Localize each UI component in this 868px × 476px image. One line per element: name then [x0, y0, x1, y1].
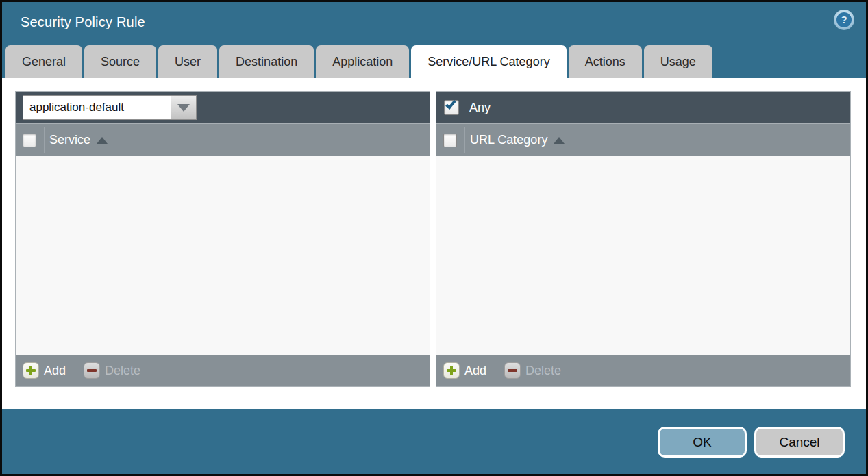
tab-application[interactable]: Application: [316, 45, 409, 78]
add-button-label: Add: [464, 364, 486, 378]
add-button-label: Add: [44, 364, 66, 378]
column-divider: [44, 127, 45, 153]
service-type-dropdown[interactable]: [23, 95, 197, 120]
delete-button-label: Delete: [105, 364, 140, 378]
tab-usage[interactable]: Usage: [644, 45, 712, 78]
service-panel: Service Add Delete: [15, 91, 430, 387]
url-category-add-button[interactable]: Add: [443, 362, 486, 379]
service-panel-header: [16, 92, 430, 123]
any-checkbox[interactable]: [444, 100, 459, 115]
sort-ascending-icon[interactable]: [97, 137, 108, 144]
cancel-button[interactable]: Cancel: [754, 427, 845, 458]
tab-service-url-category[interactable]: Service/URL Category: [411, 45, 566, 78]
tab-general[interactable]: General: [5, 45, 82, 78]
service-type-dropdown-input[interactable]: [23, 95, 171, 120]
url-category-column-label[interactable]: URL Category: [470, 133, 547, 147]
delete-button-label: Delete: [525, 364, 561, 378]
checkmark-icon: [445, 98, 456, 110]
question-mark-glyph: ?: [836, 12, 852, 27]
url-category-panel-header: Any: [436, 92, 850, 123]
dialog-title: Security Policy Rule: [21, 14, 145, 30]
dialog-footer: OK Cancel: [2, 409, 866, 474]
security-policy-rule-dialog: Security Policy Rule ? General Source Us…: [0, 0, 868, 476]
tab-user[interactable]: User: [158, 45, 217, 78]
url-category-panel: Any URL Category Add: [436, 91, 851, 387]
column-divider: [464, 127, 465, 153]
service-type-dropdown-button[interactable]: [171, 95, 197, 120]
chevron-down-icon: [177, 104, 190, 112]
service-column-header: Service: [16, 123, 430, 156]
service-add-button[interactable]: Add: [23, 362, 66, 379]
tab-content: Service Add Delete: [2, 78, 866, 409]
tab-source[interactable]: Source: [84, 45, 156, 78]
url-category-select-all-checkbox[interactable]: [443, 134, 457, 147]
ok-button[interactable]: OK: [658, 427, 747, 458]
tab-actions[interactable]: Actions: [569, 45, 642, 78]
service-delete-button[interactable]: Delete: [84, 362, 140, 379]
url-category-column-header: URL Category: [436, 123, 850, 156]
service-list-empty: [16, 156, 430, 355]
service-select-all-checkbox[interactable]: [23, 134, 36, 147]
service-toolbar: Add Delete: [16, 355, 430, 386]
url-category-delete-button[interactable]: Delete: [504, 362, 561, 379]
url-category-list-empty: [436, 156, 850, 355]
minus-icon: [504, 362, 521, 379]
tab-bar: General Source User Destination Applicat…: [2, 44, 866, 78]
any-checkbox-label: Any: [469, 101, 491, 115]
titlebar: Security Policy Rule ?: [2, 2, 866, 44]
sort-ascending-icon[interactable]: [554, 137, 565, 144]
help-icon[interactable]: ?: [834, 10, 854, 30]
tab-destination[interactable]: Destination: [219, 45, 314, 78]
plus-icon: [23, 362, 39, 379]
plus-icon: [443, 362, 460, 379]
minus-icon: [84, 362, 100, 379]
service-column-label[interactable]: Service: [49, 133, 90, 147]
url-category-toolbar: Add Delete: [436, 355, 850, 386]
